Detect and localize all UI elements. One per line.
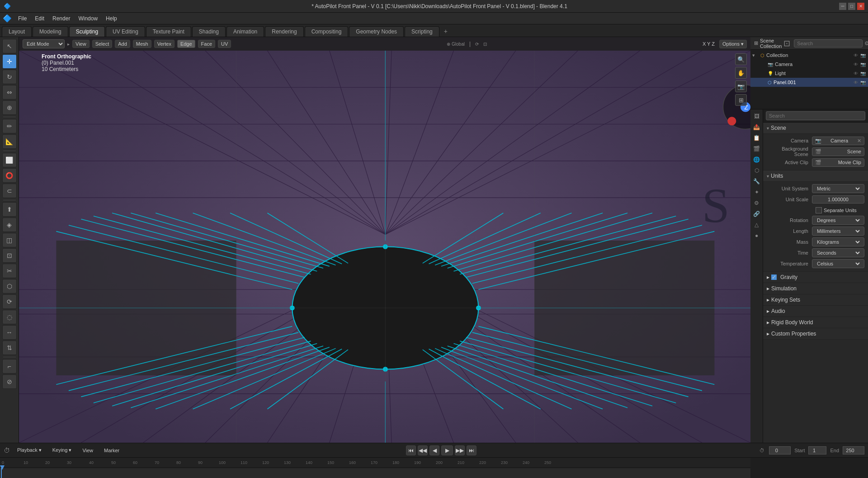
tool-bevel[interactable]: ◫ <box>2 233 17 247</box>
minimize-button[interactable]: ─ <box>839 3 846 10</box>
output-tab[interactable]: 📤 <box>752 122 762 132</box>
tab-scripting[interactable]: Scripting <box>405 26 439 37</box>
add-workspace-button[interactable]: + <box>440 26 451 37</box>
menu-window[interactable]: Window <box>75 14 101 23</box>
length-value[interactable]: Millimeters Centimeters Meters <box>812 227 864 236</box>
start-frame-input[interactable] <box>808 446 826 454</box>
menu-help[interactable]: Help <box>102 14 121 23</box>
jump-start-btn[interactable]: ⏮ <box>406 445 416 455</box>
tool-poly-build[interactable]: ⬡ <box>2 279 17 293</box>
material-tab[interactable]: ● <box>752 231 762 241</box>
collection-render-btn[interactable]: 📷 <box>860 52 866 58</box>
viewport-edge-menu[interactable]: Edge <box>177 40 195 48</box>
step-fwd-btn[interactable]: ▶▶ <box>455 445 465 455</box>
gravity-section[interactable]: ▸ ✓ Gravity <box>763 272 868 283</box>
viewport-select-menu[interactable]: Select <box>92 40 113 48</box>
modifier-tab[interactable]: 🔧 <box>752 176 762 186</box>
outliner-settings-icon[interactable]: ⚙ <box>864 40 868 47</box>
unit-system-value[interactable]: Metric Imperial None <box>812 184 864 193</box>
marker-menu[interactable]: Marker <box>100 447 123 454</box>
tool-shrink[interactable]: ⇅ <box>2 341 17 355</box>
mass-select[interactable]: Kilograms Grams <box>815 239 861 245</box>
rotation-select[interactable]: Degrees Radians <box>815 217 861 223</box>
unit-scale-value[interactable]: 1.000000 <box>812 195 864 204</box>
outliner-filter-icon[interactable]: ⊡ <box>783 38 790 48</box>
tool-measure[interactable]: 📐 <box>2 134 17 149</box>
maximize-button[interactable]: □ <box>848 3 855 10</box>
tab-uv-editing[interactable]: UV Editing <box>106 26 145 37</box>
playback-menu[interactable]: Playback ▾ <box>14 446 45 454</box>
tool-move[interactable]: ✛ <box>2 54 17 69</box>
tab-layout[interactable]: Layout <box>2 26 32 37</box>
temperature-value[interactable]: Celsius Fahrenheit Kelvin <box>812 259 864 268</box>
menu-edit[interactable]: Edit <box>31 14 48 23</box>
viewport-camera-view[interactable]: 📷 <box>735 80 747 92</box>
unit-system-select[interactable]: Metric Imperial None <box>815 185 861 192</box>
rotation-value[interactable]: Degrees Radians <box>812 216 864 225</box>
keying-sets-section[interactable]: ▸ Keying Sets <box>763 294 868 306</box>
view-layer-tab[interactable]: 📋 <box>752 133 762 143</box>
bg-scene-prop-value[interactable]: 🎬 Scene <box>812 147 864 156</box>
viewport-3d[interactable]: Edit Mode Object Mode ▸ View Select Add … <box>19 37 750 443</box>
tool-inset[interactable]: ◈ <box>2 218 17 232</box>
tab-shading[interactable]: Shading <box>192 26 226 37</box>
units-section-header[interactable]: ▾ Units <box>763 170 868 182</box>
tab-modeling[interactable]: Modeling <box>33 26 68 37</box>
end-frame-input[interactable] <box>843 446 864 454</box>
tab-geometry-nodes[interactable]: Geometry Nodes <box>349 26 404 37</box>
separate-units-checkbox[interactable]: Separate Units <box>816 207 857 213</box>
render-tab[interactable]: 🖼 <box>752 111 762 121</box>
collection-item[interactable]: ▾ ⬡ Collection 👁 📷 <box>750 51 868 60</box>
tab-rendering[interactable]: Rendering <box>265 26 303 37</box>
viewport-canvas[interactable]: S Z <box>19 51 750 443</box>
active-clip-prop-value[interactable]: 🎬 Movie Clip <box>812 158 864 167</box>
frame-scrubber[interactable]: 0 10 20 30 40 50 60 70 80 90 100 110 120… <box>0 457 868 478</box>
viewport-options-menu[interactable]: Options ▾ <box>719 40 747 48</box>
mode-select[interactable]: Edit Mode Object Mode <box>23 39 65 48</box>
tool-annotate[interactable]: ✏ <box>2 119 17 133</box>
tab-texture-paint[interactable]: Texture Paint <box>146 26 191 37</box>
tool-select-box[interactable]: ⬜ <box>2 153 17 167</box>
play-reverse-btn[interactable]: ◀◀ <box>418 445 428 455</box>
timeline-view-menu[interactable]: View <box>79 447 97 454</box>
play-btn[interactable]: ▶ <box>441 445 453 455</box>
tool-select-lasso[interactable]: ⊂ <box>2 184 17 198</box>
tool-rotate[interactable]: ↻ <box>2 70 17 84</box>
viewport-view-menu[interactable]: View <box>72 40 90 48</box>
viewport-uv-menu[interactable]: UV <box>218 40 231 48</box>
scene-section-header[interactable]: ▾ Scene <box>763 123 868 134</box>
mass-value[interactable]: Kilograms Grams <box>812 237 864 246</box>
viewport-grid-toggle[interactable]: ⊞ <box>735 94 747 106</box>
viewport-vertex-menu[interactable]: Vertex <box>154 40 175 48</box>
length-select[interactable]: Millimeters Centimeters Meters <box>815 228 861 234</box>
step-back-btn[interactable]: ◀ <box>429 445 439 455</box>
panel-render-btn[interactable]: 📷 <box>860 79 866 85</box>
viewport-grab[interactable]: ✋ <box>735 67 747 79</box>
light-visibility-btn[interactable]: 👁 <box>853 70 859 76</box>
menu-render[interactable]: Render <box>49 14 74 23</box>
tool-rip[interactable]: ⌐ <box>2 359 17 374</box>
tool-transform[interactable]: ⊕ <box>2 100 17 115</box>
tool-knife[interactable]: ✂ <box>2 264 17 278</box>
scene-tab[interactable]: 🎬 <box>752 144 762 154</box>
outliner-search-input[interactable] <box>794 39 863 47</box>
camera-render-btn[interactable]: 📷 <box>860 61 866 67</box>
menu-file[interactable]: File <box>14 14 30 23</box>
tool-select-circle[interactable]: ⭕ <box>2 168 17 183</box>
viewport-add-menu[interactable]: Add <box>115 40 130 48</box>
tool-loop-cut[interactable]: ⊡ <box>2 248 17 263</box>
jump-end-btn[interactable]: ⏭ <box>467 445 476 455</box>
panel-item[interactable]: ⬡ Panel.001 👁 📷 <box>750 78 868 87</box>
data-tab[interactable]: △ <box>752 220 762 230</box>
camera-clear-icon[interactable]: ✕ <box>857 138 861 144</box>
physics-tab[interactable]: ⚙ <box>752 198 762 208</box>
particles-tab[interactable]: ✦ <box>752 187 762 197</box>
tool-edge-slide[interactable]: ↔ <box>2 325 17 340</box>
custom-properties-section[interactable]: ▸ Custom Properties <box>763 328 868 340</box>
collection-visibility-btn[interactable]: 👁 <box>853 52 859 58</box>
panel-visibility-btn[interactable]: 👁 <box>853 79 859 85</box>
time-value[interactable]: Seconds Minutes <box>812 248 864 257</box>
time-select[interactable]: Seconds Minutes <box>815 250 861 256</box>
tool-cursor[interactable]: ↖ <box>2 39 17 53</box>
scrubber-track[interactable] <box>0 468 750 478</box>
